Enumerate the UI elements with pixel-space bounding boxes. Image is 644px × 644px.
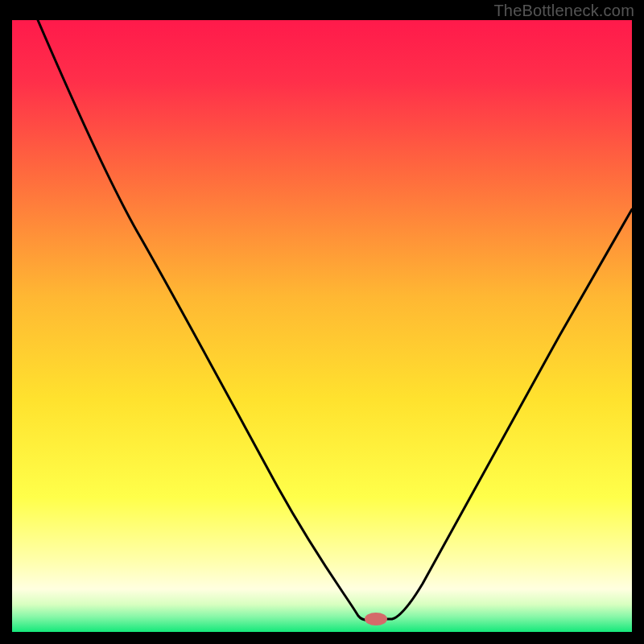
chart-frame: TheBottleneck.com xyxy=(0,0,644,644)
plot-area xyxy=(12,20,632,632)
watermark-text: TheBottleneck.com xyxy=(493,2,634,20)
gradient-background xyxy=(12,20,632,632)
optimum-marker xyxy=(365,613,387,625)
chart-svg xyxy=(12,20,632,632)
